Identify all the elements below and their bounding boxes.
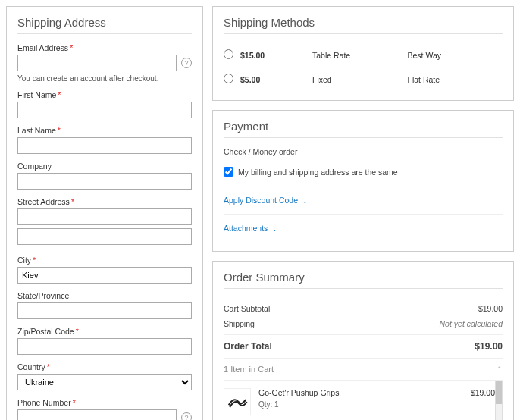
chevron-down-icon: ⌄ [272,226,277,233]
help-icon[interactable]: ? [181,412,192,420]
state-field[interactable] [17,302,192,319]
shipping-address-title: Shipping Address [17,16,192,34]
cart-toggle-icon[interactable]: ⌃ [497,365,503,373]
chevron-down-icon: ⌄ [302,198,308,205]
country-label: Country* [17,362,192,371]
phone-field[interactable] [17,409,177,420]
city-field[interactable] [17,267,192,284]
cart-count-label: 1 Item in Cart [224,365,274,374]
zip-label: Zip/Postal Code* [17,327,192,336]
order-total-value: $19.00 [475,341,503,352]
help-icon[interactable]: ? [181,58,192,68]
cart-item-name: Go-Get'r Pushup Grips [258,388,339,397]
shipping-method-row[interactable]: $15.00 Table Rate Best Way [224,43,503,67]
shipping-radio[interactable] [224,74,233,83]
product-thumbnail [224,388,251,415]
product-image-icon [227,394,248,409]
shipping-method-row[interactable]: $5.00 Fixed Flat Rate [224,67,503,91]
payment-method-label: Check / Money order [224,147,503,156]
email-note: You can create an account after checkout… [17,74,192,83]
subtotal-label: Cart Subtotal [224,304,270,313]
cart-item: Go-Get'r Pushup Grips Qty: 1 $19.00 [224,381,503,420]
cart-item-qty: Qty: 1 [258,400,339,409]
shipping-address-panel: Shipping Address Email Address* ? You ca… [6,6,203,420]
last-name-field[interactable] [17,137,192,154]
scrollbar[interactable] [495,381,503,420]
state-label: State/Province [17,291,192,300]
last-name-label: Last Name* [17,126,192,135]
shipping-radio[interactable] [224,49,233,59]
street-label: Street Address* [17,197,192,206]
order-summary-title: Order Summary [224,271,503,289]
phone-label: Phone Number* [17,398,192,407]
shipping-cost-value: Not yet calculated [440,319,503,328]
same-address-label: My billing and shipping address are the … [238,168,398,177]
email-label: Email Address* [17,43,192,52]
street-field-2[interactable] [17,228,192,245]
attachments-link[interactable]: Attachments⌄ [224,224,277,233]
shipping-cost-label: Shipping [224,319,255,328]
payment-panel: Payment Check / Money order My billing a… [212,110,514,252]
payment-title: Payment [224,120,503,138]
order-total-label: Order Total [224,341,272,352]
same-address-checkbox[interactable] [224,167,233,177]
email-field[interactable] [17,55,177,71]
subtotal-value: $19.00 [478,304,503,313]
company-field[interactable] [17,173,192,190]
street-field-1[interactable] [17,208,192,225]
discount-link[interactable]: Apply Discount Code⌄ [224,196,308,205]
company-label: Company [17,161,192,171]
first-name-label: First Name* [17,90,192,99]
shipping-methods-title: Shipping Methods [224,16,503,34]
city-label: City* [17,255,192,265]
shipping-methods-panel: Shipping Methods $15.00 Table Rate Best … [212,6,514,101]
country-field[interactable]: Ukraine [17,374,192,390]
first-name-field[interactable] [17,102,192,118]
zip-field[interactable] [17,338,192,355]
order-summary-panel: Order Summary Cart Subtotal $19.00 Shipp… [212,261,514,420]
